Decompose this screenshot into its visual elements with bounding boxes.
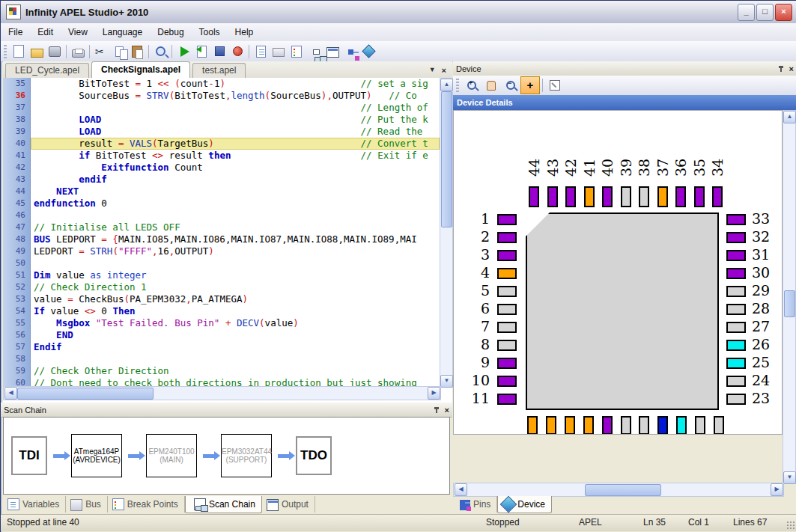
pin-35[interactable] (694, 186, 705, 207)
pin-11[interactable] (497, 394, 517, 405)
pin-38[interactable] (639, 186, 649, 207)
menu-view[interactable]: View (61, 25, 95, 40)
line-number[interactable]: 38 (3, 114, 31, 126)
code-line[interactable]: 46 (3, 210, 440, 221)
minimize-button[interactable]: _ (738, 4, 755, 21)
menu-edit[interactable]: Edit (30, 25, 61, 40)
pins-button[interactable] (341, 43, 359, 60)
code-line[interactable]: 37 // Length of (3, 102, 440, 114)
code-line[interactable]: 55 Msgbox "Test Failed. Bus Pin" + DECV(… (3, 317, 440, 329)
line-number[interactable]: 56 (3, 329, 31, 341)
pin-18[interactable] (639, 416, 649, 435)
line-number[interactable]: 57 (3, 341, 31, 353)
editor-hscrollbar[interactable]: ◀ ▶ (3, 386, 441, 400)
tab-scan-chain[interactable]: Scan Chain (185, 496, 262, 513)
device-diamond-button[interactable] (359, 43, 377, 60)
line-number[interactable]: 44 (3, 186, 31, 198)
device-hscrollbar[interactable]: ◀ ▶ (453, 483, 784, 497)
pin-42[interactable] (565, 186, 576, 207)
copy-button[interactable] (110, 43, 128, 60)
pin-21[interactable] (695, 416, 705, 435)
tab-list-dropdown-icon[interactable]: ▼ (429, 66, 436, 75)
pin-26[interactable] (726, 340, 746, 351)
pin-34[interactable] (712, 186, 723, 207)
pin-8[interactable] (497, 340, 517, 351)
code-line[interactable]: 53value = CheckBus(PA_EPM3032,PA_ATMEGA) (3, 293, 440, 305)
scan-node-EPM240T100[interactable]: EPM240T100(MAIN) (146, 434, 197, 477)
record-button[interactable] (228, 43, 246, 60)
line-number[interactable]: 48 (3, 233, 31, 245)
cut-button[interactable]: ✂ (92, 43, 110, 60)
line-number[interactable]: 46 (3, 210, 31, 221)
code-line[interactable]: 42 Exitfunction Count (3, 162, 440, 174)
pin-25[interactable] (726, 358, 746, 369)
pin-17[interactable] (621, 416, 631, 435)
stop-button[interactable] (210, 43, 228, 60)
tab-output[interactable]: Output (262, 496, 315, 513)
code-line[interactable]: 41 if BitToTest <> result then // Exit i… (3, 150, 440, 162)
pin-41[interactable] (584, 186, 595, 207)
scan-node-TDO[interactable]: TDO (296, 436, 332, 475)
pin-9[interactable] (497, 358, 517, 369)
step-button[interactable] (192, 43, 210, 60)
scan-network-button[interactable] (306, 43, 323, 60)
code-line[interactable]: 38 LOAD // Put the k (3, 114, 440, 126)
pin-14[interactable] (565, 416, 575, 435)
pin-1[interactable] (497, 214, 517, 225)
tab-break-points[interactable]: Break Points (108, 496, 185, 513)
pin-10[interactable] (497, 376, 517, 387)
paste-button[interactable] (128, 43, 146, 60)
pan-button[interactable] (481, 76, 501, 94)
pin-31[interactable] (726, 250, 746, 261)
editor-tab-test.apel[interactable]: test.apel (192, 63, 246, 78)
code-line[interactable]: 36 SourceBus = STRV(BitToTest,length(Sou… (3, 90, 440, 102)
line-number[interactable]: 45 (3, 198, 31, 210)
title-bar[interactable]: Infinity APEL Studio+ 2010 _ □ × (1, 1, 796, 24)
run-button[interactable] (174, 43, 192, 60)
mail-button[interactable] (270, 43, 288, 60)
pin-37[interactable] (657, 186, 668, 207)
menu-file[interactable]: File (1, 25, 30, 40)
line-number[interactable]: 42 (3, 162, 31, 174)
pin-39[interactable] (621, 186, 631, 207)
code-line[interactable]: 43 endif (3, 174, 440, 186)
tab-close-icon[interactable]: × (442, 66, 446, 75)
code-line[interactable]: 51Dim value as integer (3, 269, 440, 281)
code-line[interactable]: 45endfunction 0 (3, 198, 440, 210)
code-line[interactable]: 57Endif (3, 341, 440, 353)
close-button[interactable]: × (775, 4, 792, 21)
tab-bus[interactable]: Bus (66, 496, 108, 513)
scan-node-ATmega164P[interactable]: ATmega164P(AVRDEVICE) (71, 434, 122, 477)
resize-grip[interactable] (786, 521, 795, 530)
output-window-button[interactable] (323, 43, 341, 60)
code-line[interactable]: 60// Dont need to check both directions … (3, 377, 440, 386)
autohide-pin-icon[interactable] (434, 406, 440, 414)
menu-help[interactable]: Help (228, 25, 261, 40)
pin-2[interactable] (497, 232, 517, 243)
autohide-pin-icon[interactable] (778, 65, 784, 73)
pin-19[interactable] (657, 416, 668, 435)
tab-pins[interactable]: Pins (455, 496, 497, 513)
scan-node-TDI[interactable]: TDI (11, 436, 47, 475)
device-diagram-canvas[interactable]: 4443424140393837363534123456789101133323… (453, 110, 783, 435)
scan-node-EPM3032AT44[interactable]: EPM3032AT44(SUPPORT) (221, 434, 272, 477)
pin-5[interactable] (497, 286, 517, 297)
tab-variables[interactable]: Variables (3, 496, 66, 513)
line-number[interactable]: 58 (3, 353, 31, 365)
pin-43[interactable] (547, 186, 558, 207)
pin-13[interactable] (546, 416, 556, 435)
code-line[interactable]: 59// Check Other Direction (3, 365, 440, 377)
line-number[interactable]: 41 (3, 150, 31, 162)
code-line[interactable]: 48BUS LEDPORT = {MAIN.IO85,MAIN.IO86,MAI… (3, 233, 440, 245)
line-number[interactable]: 49 (3, 245, 31, 257)
line-number[interactable]: 43 (3, 174, 31, 186)
code-line[interactable]: 58 (3, 353, 440, 365)
line-number[interactable]: 59 (3, 365, 31, 377)
code-line[interactable]: 49LEDPORT = STRH("FFFF",16,OUTPUT) (3, 245, 440, 257)
code-line[interactable]: 47// Initialise all LEDS OFF (3, 221, 440, 233)
document-button[interactable] (252, 43, 270, 60)
code-line[interactable]: 50 (3, 257, 440, 269)
pin-16[interactable] (602, 416, 613, 435)
zoom-in-button[interactable]: + (462, 76, 481, 94)
code-editor[interactable]: 35 BitToTest = 1 << (count-1) // set a s… (3, 78, 440, 386)
